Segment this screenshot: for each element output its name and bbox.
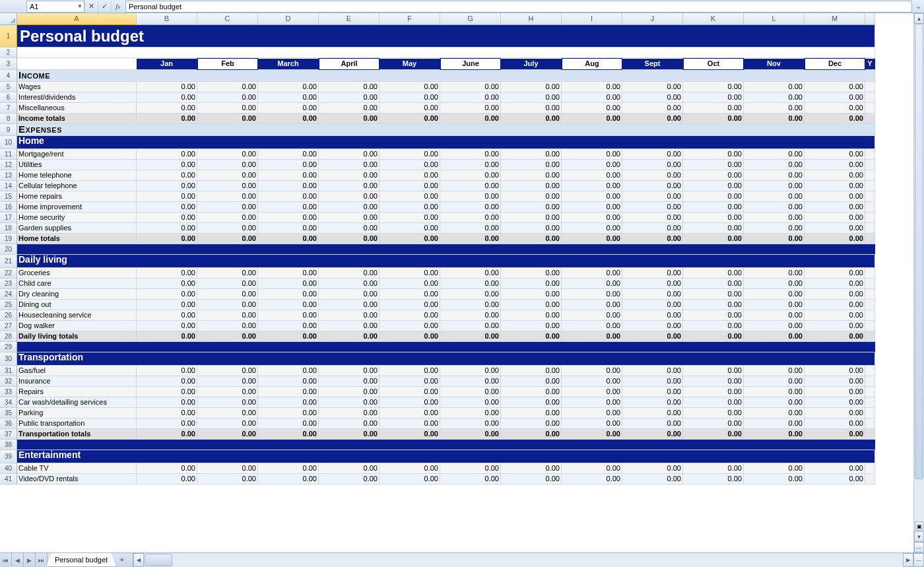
- hscroll-resize-handle[interactable]: —: [913, 553, 924, 567]
- col-header-G[interactable]: G: [440, 13, 501, 25]
- value-cell[interactable]: 0.00: [562, 202, 622, 213]
- value-cell[interactable]: 0.00: [197, 310, 258, 321]
- row-label[interactable]: Repairs: [17, 387, 137, 397]
- row-label[interactable]: Garden supplies: [17, 223, 137, 234]
- value-cell[interactable]: 0.00: [137, 181, 197, 191]
- value-cell[interactable]: 0.00: [258, 300, 319, 310]
- value-cell[interactable]: 0.00: [622, 234, 683, 244]
- value-cell[interactable]: 0.00: [622, 160, 683, 170]
- name-box-dropdown-icon[interactable]: ▼: [77, 3, 82, 9]
- month-header-june[interactable]: June: [440, 58, 501, 70]
- value-cell[interactable]: 0.00: [319, 149, 380, 160]
- row-header-21[interactable]: 21: [0, 255, 17, 268]
- row-label[interactable]: Wages: [17, 82, 137, 92]
- value-cell[interactable]: 0.00: [258, 181, 319, 191]
- row-label[interactable]: Miscellaneous: [17, 103, 137, 114]
- row-header-40[interactable]: 40: [0, 463, 17, 474]
- value-cell[interactable]: 0.00: [197, 268, 258, 279]
- value-cell[interactable]: 0.00: [319, 234, 380, 244]
- value-cell[interactable]: 0.00: [683, 223, 744, 234]
- value-cell[interactable]: 0.00: [562, 160, 622, 170]
- value-cell[interactable]: 0.00: [319, 331, 380, 342]
- value-cell[interactable]: 0.00: [258, 82, 319, 92]
- value-cell[interactable]: 0.00: [805, 474, 865, 484]
- value-cell[interactable]: 0.00: [683, 310, 744, 321]
- value-cell[interactable]: 0.00: [319, 279, 380, 289]
- row-label[interactable]: Video/DVD rentals: [17, 474, 137, 484]
- value-cell[interactable]: 0.00: [380, 181, 440, 191]
- value-cell[interactable]: 0.00: [137, 397, 197, 408]
- value-cell[interactable]: 0.00: [258, 223, 319, 234]
- value-cell[interactable]: 0.00: [258, 331, 319, 342]
- value-cell[interactable]: 0.00: [744, 160, 805, 170]
- value-cell[interactable]: 0.00: [744, 234, 805, 244]
- row-header-20[interactable]: 20: [0, 244, 17, 255]
- value-cell[interactable]: 0.00: [562, 103, 622, 114]
- subsection-header[interactable]: Entertainment: [17, 450, 875, 463]
- value-cell[interactable]: 0.00: [258, 397, 319, 408]
- row-header-23[interactable]: 23: [0, 279, 17, 289]
- month-header-nov[interactable]: Nov: [744, 58, 805, 70]
- value-cell[interactable]: 0.00: [622, 429, 683, 440]
- row-header-32[interactable]: 32: [0, 376, 17, 387]
- value-cell[interactable]: 0.00: [137, 331, 197, 342]
- value-cell[interactable]: 0.00: [197, 418, 258, 429]
- value-cell[interactable]: 0.00: [501, 82, 562, 92]
- value-cell[interactable]: 0.00: [258, 191, 319, 202]
- value-cell[interactable]: 0.00: [197, 92, 258, 103]
- value-cell[interactable]: 0.00: [744, 181, 805, 191]
- value-cell[interactable]: 0.00: [501, 300, 562, 310]
- value-cell[interactable]: 0.00: [197, 397, 258, 408]
- value-cell[interactable]: 0.00: [744, 418, 805, 429]
- value-cell[interactable]: 0.00: [683, 321, 744, 331]
- select-all-corner[interactable]: [0, 13, 17, 25]
- row-label[interactable]: Child care: [17, 279, 137, 289]
- value-cell[interactable]: 0.00: [622, 223, 683, 234]
- value-cell[interactable]: 0.00: [258, 149, 319, 160]
- value-cell[interactable]: 0.00: [744, 397, 805, 408]
- value-cell[interactable]: 0.00: [440, 321, 501, 331]
- value-cell[interactable]: 0.00: [562, 310, 622, 321]
- subsection-header[interactable]: Transportation: [17, 352, 875, 366]
- col-header-J[interactable]: J: [622, 13, 683, 25]
- value-cell[interactable]: 0.00: [440, 331, 501, 342]
- cancel-formula-button[interactable]: ✕: [84, 1, 98, 13]
- spreadsheet-grid[interactable]: ABCDEFGHIJKLM 12345678910111213141516171…: [0, 13, 913, 552]
- value-cell[interactable]: 0.00: [258, 463, 319, 474]
- value-cell[interactable]: 0.00: [501, 149, 562, 160]
- hscroll-thumb[interactable]: [145, 554, 172, 566]
- value-cell[interactable]: 0.00: [380, 387, 440, 397]
- section-header[interactable]: Income: [17, 70, 875, 82]
- value-cell[interactable]: 0.00: [744, 170, 805, 181]
- value-cell[interactable]: 0.00: [197, 234, 258, 244]
- value-cell[interactable]: 0.00: [380, 418, 440, 429]
- value-cell[interactable]: 0.00: [440, 160, 501, 170]
- value-cell[interactable]: 0.00: [137, 103, 197, 114]
- col-header-E[interactable]: E: [319, 13, 380, 25]
- value-cell[interactable]: 0.00: [562, 408, 622, 418]
- value-cell[interactable]: 0.00: [380, 331, 440, 342]
- value-cell[interactable]: 0.00: [137, 474, 197, 484]
- value-cell[interactable]: 0.00: [137, 408, 197, 418]
- cells-area[interactable]: Personal budgetJanFebMarchAprilMayJuneJu…: [17, 25, 913, 552]
- value-cell[interactable]: 0.00: [319, 321, 380, 331]
- value-cell[interactable]: 0.00: [622, 474, 683, 484]
- value-cell[interactable]: 0.00: [440, 397, 501, 408]
- value-cell[interactable]: 0.00: [440, 213, 501, 223]
- value-cell[interactable]: 0.00: [622, 268, 683, 279]
- row-header-31[interactable]: 31: [0, 366, 17, 376]
- col-header-D[interactable]: D: [258, 13, 319, 25]
- value-cell[interactable]: 0.00: [744, 331, 805, 342]
- value-cell[interactable]: 0.00: [562, 429, 622, 440]
- value-cell[interactable]: 0.00: [562, 366, 622, 376]
- row-header-5[interactable]: 5: [0, 82, 17, 92]
- row-label[interactable]: Home totals: [17, 234, 137, 244]
- section-header[interactable]: Expenses: [17, 124, 875, 136]
- value-cell[interactable]: 0.00: [805, 310, 865, 321]
- row-header-27[interactable]: 27: [0, 321, 17, 331]
- value-cell[interactable]: 0.00: [258, 408, 319, 418]
- value-cell[interactable]: 0.00: [744, 268, 805, 279]
- value-cell[interactable]: 0.00: [501, 160, 562, 170]
- row-header-10[interactable]: 10: [0, 136, 17, 149]
- value-cell[interactable]: 0.00: [562, 92, 622, 103]
